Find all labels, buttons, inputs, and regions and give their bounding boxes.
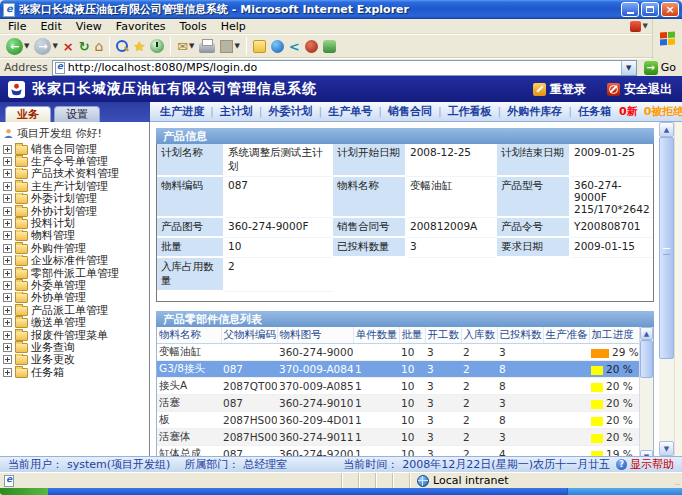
table-row[interactable]: 活塞体2087HS002360-274-9011W11032320 % <box>157 429 639 446</box>
browser-addon-button[interactable]: ▼ <box>630 21 648 32</box>
nav-item[interactable]: 生产进度 <box>160 104 204 119</box>
print-button[interactable] <box>197 36 217 57</box>
tree-item[interactable]: 产品派工单管理 <box>3 304 149 316</box>
tree-item[interactable]: 主生产计划管理 <box>3 180 149 192</box>
tree-item[interactable]: 零部件派工单管理 <box>3 267 149 279</box>
expand-icon[interactable] <box>3 207 12 216</box>
resize-grip[interactable]: .. <box>672 473 682 488</box>
expand-icon[interactable] <box>3 293 12 302</box>
close-button[interactable] <box>661 2 679 17</box>
table-row[interactable]: 变幅油缸360-274-9000F1032329 % <box>157 344 639 361</box>
mail-button[interactable]: ✉▼ <box>175 36 196 57</box>
chevron-down-icon[interactable]: ▼ <box>234 42 239 50</box>
edit-button[interactable]: ▼ <box>218 36 241 57</box>
menu-item[interactable]: Favorites <box>109 20 173 33</box>
refresh-button[interactable]: ↻ <box>77 36 92 57</box>
expand-icon[interactable] <box>3 355 12 364</box>
go-button[interactable]: → Go <box>641 61 679 75</box>
addon-button-2[interactable] <box>321 36 338 57</box>
show-help-link[interactable]: 显示帮助 <box>616 457 674 472</box>
chevron-down-icon[interactable]: ▼ <box>189 42 194 50</box>
tree-item[interactable]: 产品技术资料管理 <box>3 168 149 180</box>
expand-icon[interactable] <box>3 219 12 228</box>
scrollbar-track[interactable] <box>659 359 674 441</box>
nav-item[interactable]: 外购件库存 <box>507 104 562 119</box>
scrollbar-thumb[interactable] <box>640 340 653 378</box>
expand-icon[interactable] <box>3 368 12 377</box>
nav-item[interactable]: 销售合同 <box>388 104 432 119</box>
expand-icon[interactable] <box>3 231 12 240</box>
address-dropdown-button[interactable]: ▼ <box>621 61 636 75</box>
expand-icon[interactable] <box>3 331 12 340</box>
start-button[interactable] <box>0 488 48 495</box>
tree-item[interactable]: 外委单管理 <box>3 279 149 291</box>
tree-item[interactable]: 投料计划 <box>3 217 149 229</box>
column-header[interactable]: 已投料数 <box>497 327 543 344</box>
favorites-button[interactable]: ★ <box>131 36 147 57</box>
tree-item[interactable]: 业务查询 <box>3 341 149 353</box>
scrollbar-track[interactable] <box>640 378 653 450</box>
address-input[interactable]: http://localhost:8080/MPS/login.do ▼ <box>52 60 637 76</box>
logout-button[interactable]: 安全退出 <box>607 81 672 98</box>
expand-icon[interactable] <box>3 306 12 315</box>
nav-item[interactable]: 工作看板 <box>448 104 492 119</box>
chevron-down-icon[interactable]: ▼ <box>24 42 29 50</box>
column-header[interactable]: 开工数 <box>425 327 461 344</box>
table-row[interactable]: 活塞087360-274-9010F11032320 % <box>157 395 639 412</box>
menu-item[interactable]: Edit <box>33 20 68 33</box>
minimize-button[interactable] <box>621 2 639 17</box>
expand-icon[interactable] <box>3 318 12 327</box>
menu-item[interactable]: Tools <box>173 20 214 33</box>
parts-vertical-scrollbar[interactable] <box>639 327 653 456</box>
column-header[interactable]: 父物料编码 <box>221 327 277 344</box>
expand-icon[interactable] <box>3 157 12 166</box>
tree-item[interactable]: 物料管理 <box>3 230 149 242</box>
expand-icon[interactable] <box>3 281 12 290</box>
tree-item[interactable]: 外协单管理 <box>3 292 149 304</box>
tree-item[interactable]: 业务更改 <box>3 354 149 366</box>
tree-item[interactable]: 报废件管理菜单 <box>3 329 149 341</box>
table-row[interactable]: 板2087HS002360-209-4D01011032820 % <box>157 412 639 429</box>
nav-item[interactable]: 外委计划 <box>268 104 312 119</box>
addon-button-1[interactable] <box>303 36 320 57</box>
scroll-down-icon[interactable] <box>659 441 674 456</box>
relogin-button[interactable]: 重登录 <box>533 81 586 98</box>
column-header[interactable]: 物料名称 <box>157 327 221 344</box>
scrollbar-thumb[interactable] <box>659 137 674 359</box>
column-header[interactable]: 入库数 <box>461 327 497 344</box>
column-header[interactable]: 生产准备 <box>543 327 589 344</box>
table-row[interactable]: 接头A2087QT002370-009-A085011032820 % <box>157 378 639 395</box>
scroll-up-icon[interactable] <box>659 122 674 137</box>
tree-item[interactable]: 外委计划管理 <box>3 193 149 205</box>
history-button[interactable] <box>148 36 166 57</box>
column-header[interactable]: 加工进度 <box>589 327 639 344</box>
tab-settings[interactable]: 设置 <box>54 106 100 122</box>
expand-icon[interactable] <box>3 145 12 154</box>
expand-icon[interactable] <box>3 182 12 191</box>
tree-item[interactable]: 缴送单管理 <box>3 316 149 328</box>
expand-icon[interactable] <box>3 269 12 278</box>
tree-item[interactable]: 外协计划管理 <box>3 205 149 217</box>
column-header[interactable]: 单件数量 <box>353 327 399 344</box>
menu-item[interactable]: File <box>1 20 33 33</box>
tab-business[interactable]: 业务 <box>5 106 51 122</box>
expand-icon[interactable] <box>3 256 12 265</box>
scroll-up-icon[interactable] <box>640 327 653 340</box>
column-header[interactable]: 批量 <box>399 327 425 344</box>
msn-button[interactable] <box>269 36 286 57</box>
tree-item[interactable]: 任务箱 <box>3 366 149 378</box>
forward-button[interactable]: →▼ <box>32 36 59 57</box>
table-row[interactable]: 缸体总成087360-274-9200F11032419 % <box>157 446 639 457</box>
menu-item[interactable]: View <box>69 20 109 33</box>
nav-item[interactable]: 生产单号 <box>328 104 372 119</box>
tree-item[interactable]: 生产令号单管理 <box>3 155 149 167</box>
tree-item[interactable]: 外购件管理 <box>3 242 149 254</box>
column-header[interactable]: 物料图号 <box>277 327 353 344</box>
table-row[interactable]: G3/8接头087370-009-A084011032820 % <box>157 361 639 378</box>
discuss-button[interactable] <box>251 36 268 57</box>
nav-item[interactable]: 任务箱 <box>578 104 611 119</box>
chevron-down-icon[interactable]: ▼ <box>52 42 57 50</box>
maximize-button[interactable] <box>641 2 659 17</box>
home-button[interactable]: ⌂ <box>93 36 106 57</box>
menu-item[interactable]: Help <box>214 20 253 33</box>
